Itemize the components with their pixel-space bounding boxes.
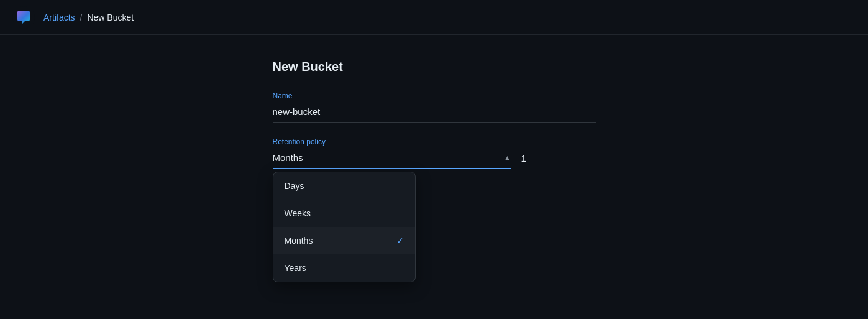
name-input[interactable] [273,104,596,123]
dropdown-item-weeks[interactable]: Weeks [273,200,415,227]
name-label: Name [273,91,596,100]
retention-select[interactable]: Months ▲ [273,150,511,169]
retention-row: Months ▲ Days Weeks Months ✓ [273,150,596,169]
breadcrumb-artifacts-link[interactable]: Artifacts [43,12,75,22]
form-title: New Bucket [273,60,596,74]
selected-option-label: Months [273,152,303,163]
main-content: New Bucket Name Retention policy Months … [0,35,868,184]
navbar: Artifacts / New Bucket [0,0,868,35]
retention-field-group: Retention policy Months ▲ Days Weeks [273,137,596,169]
dropdown-item-years-label: Years [285,263,306,273]
dropdown-item-days[interactable]: Days [273,172,415,200]
retention-dropdown: Days Weeks Months ✓ Years [273,172,416,282]
retention-select-wrapper: Months ▲ Days Weeks Months ✓ [273,150,511,169]
app-logo [12,6,35,29]
breadcrumb: Artifacts / New Bucket [43,12,134,22]
retention-label: Retention policy [273,137,596,146]
new-bucket-form: New Bucket Name Retention policy Months … [273,60,596,184]
retention-number-wrapper [521,150,596,169]
dropdown-item-weeks-label: Weeks [285,208,311,218]
breadcrumb-separator: / [80,12,83,22]
dropdown-item-months-label: Months [285,236,313,246]
name-field-group: Name [273,91,596,123]
dropdown-item-years[interactable]: Years [273,254,415,282]
retention-number-input[interactable] [521,150,596,169]
dropdown-item-months[interactable]: Months ✓ [273,227,415,254]
checkmark-icon: ✓ [396,236,404,246]
chevron-up-icon: ▲ [504,154,511,162]
dropdown-item-days-label: Days [285,181,304,191]
breadcrumb-current-page: New Bucket [87,12,134,22]
